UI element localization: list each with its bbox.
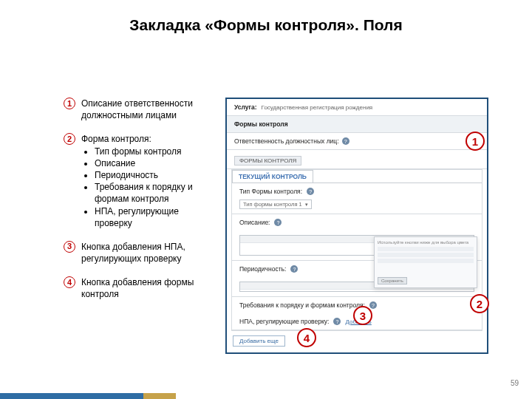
field-req-label: Требования к порядку и формам контроля:	[239, 301, 365, 309]
help-icon[interactable]: ?	[369, 301, 377, 309]
legend-text-4: Кнопка добавления формы контроля	[81, 276, 211, 300]
panel-save-button[interactable]: Сохранить	[378, 277, 407, 284]
help-icon[interactable]: ?	[307, 188, 314, 195]
section-header: Формы контроля	[227, 116, 487, 133]
legend-bullet: Периодичность	[95, 169, 211, 181]
responsibility-label: Ответственность должностных лиц:	[234, 137, 339, 145]
service-row: Услуга: Государственная регистрация рожд…	[227, 99, 487, 116]
panel-hint: Используйте кнопки ниже для выбора цвета	[378, 240, 474, 245]
overlay-badge-1: 1	[466, 132, 485, 151]
legend-bullet: Описание	[95, 157, 211, 169]
field-type-row: Тип Формы контроля: ?	[232, 183, 482, 200]
field-period-label: Периодичность:	[239, 265, 286, 273]
legend-item-1: 1 Описание ответственности должностными …	[64, 98, 211, 121]
legend-item-2: 2 Форма контроля: Тип формы контроля Опи…	[64, 133, 211, 229]
forms-section-label-row: ФОРМЫ КОНТРОЛЯ	[227, 150, 487, 169]
footer-stripe	[0, 393, 532, 399]
tab-current-control[interactable]: ТЕКУЩИЙ КОНТРОЛЬ	[232, 170, 313, 183]
legend: 1 Описание ответственности должностными …	[64, 98, 211, 313]
legend-heading-2: Форма контроля:	[81, 133, 211, 145]
page-number: 59	[511, 379, 519, 387]
overlay-badge-2: 2	[470, 294, 489, 313]
responsibility-row: Ответственность должностных лиц: ?	[227, 133, 487, 150]
slide-title: Закладка «Формы контроля». Поля	[0, 16, 532, 34]
legend-item-3: 3 Кнопка добавления НПА, регулирующих пр…	[64, 241, 211, 265]
legend-num-3: 3	[64, 241, 75, 253]
legend-bullet: Требования к порядку и формам контроля	[95, 181, 211, 205]
help-icon[interactable]: ?	[333, 318, 341, 325]
forms-section-label: ФОРМЫ КОНТРОЛЯ	[234, 156, 301, 166]
legend-item-4: 4 Кнопка добавления формы контроля	[64, 276, 211, 300]
field-type-label: Тип Формы контроля:	[239, 188, 302, 195]
legend-bullet: Тип формы контроля	[95, 146, 211, 157]
legend-num-2: 2	[64, 133, 75, 145]
service-value: Государственная регистрация рождения	[262, 104, 373, 111]
legend-num-1: 1	[64, 98, 75, 109]
help-icon[interactable]: ?	[342, 137, 349, 145]
overlay-badge-3: 3	[353, 306, 372, 325]
help-icon[interactable]: ?	[274, 219, 282, 226]
add-more-button[interactable]: Добавить еще	[233, 335, 285, 347]
legend-bullet: НПА, регулирующие проверку	[95, 205, 211, 229]
type-dropdown[interactable]: Тип формы контроля 1	[239, 200, 312, 209]
legend-text-3: Кнопка добавления НПА, регулирующих пров…	[81, 241, 211, 265]
legend-num-4: 4	[64, 276, 75, 288]
color-panel[interactable]: Используйте кнопки ниже для выбора цвета…	[374, 236, 477, 288]
legend-text-1: Описание ответственности должностными ли…	[81, 98, 211, 121]
field-desc-row: Описание: ?	[232, 214, 482, 231]
overlay-badge-4: 4	[297, 328, 316, 347]
help-icon[interactable]: ?	[290, 265, 298, 273]
field-npa-label: НПА, регулирующие проверку:	[239, 318, 329, 325]
field-desc-label: Описание:	[239, 219, 270, 226]
service-label: Услуга:	[234, 103, 257, 111]
